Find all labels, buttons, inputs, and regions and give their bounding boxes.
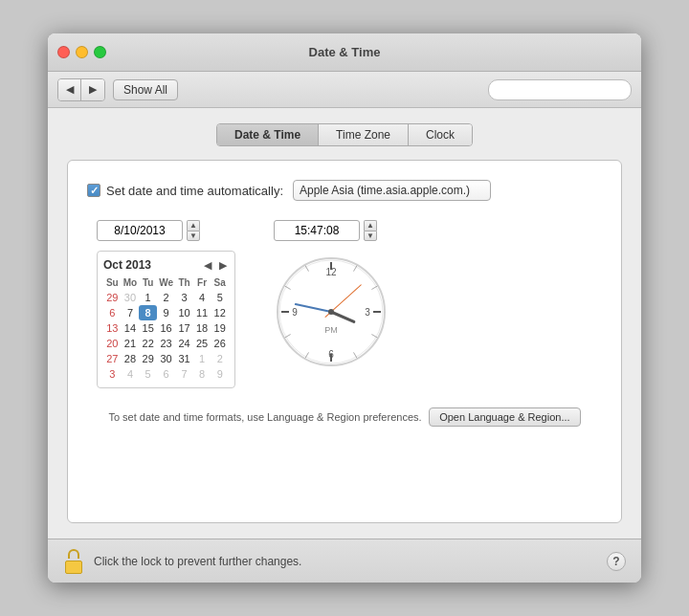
day-header-mo: Mo: [122, 275, 140, 290]
list-item[interactable]: 17: [175, 320, 193, 336]
lock-text: Click the lock to prevent further change…: [94, 555, 301, 568]
window-title: Date & Time: [309, 45, 381, 59]
cal-grid: Su Mo Tu We Th Fr Sa: [103, 275, 229, 382]
auto-label: Set date and time automatically:: [106, 184, 283, 198]
list-item[interactable]: 29: [103, 290, 122, 305]
list-item[interactable]: 4: [122, 366, 140, 382]
time-step-down[interactable]: ▼: [364, 231, 377, 241]
list-item[interactable]: 13: [103, 320, 122, 336]
list-item[interactable]: 3: [103, 366, 122, 382]
minimize-button[interactable]: [76, 46, 88, 58]
table-row: 13 14 15 16 17 18 19: [103, 320, 229, 336]
nav-buttons: ◀ ▶: [57, 78, 105, 101]
list-item[interactable]: 23: [157, 336, 175, 351]
list-item[interactable]: 1: [193, 351, 211, 366]
lock-icon[interactable]: [63, 549, 84, 574]
list-item[interactable]: 12: [211, 305, 229, 320]
list-item[interactable]: 29: [139, 351, 157, 366]
date-input-row: ▲ ▼: [97, 220, 235, 241]
svg-text:12: 12: [325, 267, 337, 277]
list-item[interactable]: 10: [175, 305, 193, 320]
list-item[interactable]: 5: [211, 290, 229, 305]
table-row: 6 7 8 9 10 11 12: [103, 305, 229, 320]
list-item[interactable]: 31: [175, 351, 193, 366]
inner-panel: ✓ Set date and time automatically: Apple…: [67, 160, 622, 523]
list-item[interactable]: 2: [157, 290, 175, 305]
date-step-down[interactable]: ▼: [187, 231, 200, 241]
server-select-wrap: Apple Asia (time.asia.apple.com.): [293, 180, 491, 201]
svg-text:3: 3: [365, 307, 370, 318]
list-item[interactable]: 4: [193, 290, 211, 305]
list-item[interactable]: 1: [139, 290, 157, 305]
svg-text:9: 9: [292, 307, 298, 318]
tab-date-time[interactable]: Date & Time: [217, 124, 319, 145]
help-button[interactable]: ?: [607, 552, 626, 571]
auto-row: ✓ Set date and time automatically: Apple…: [87, 180, 602, 201]
list-item[interactable]: 8: [193, 366, 211, 382]
list-item[interactable]: 9: [211, 366, 229, 382]
open-language-region-button[interactable]: Open Language & Region...: [429, 407, 580, 427]
list-item[interactable]: 7: [175, 366, 193, 382]
list-item[interactable]: 26: [211, 336, 229, 351]
list-item[interactable]: 20: [103, 336, 122, 351]
list-item[interactable]: 22: [139, 336, 157, 351]
list-item[interactable]: 21: [122, 336, 140, 351]
list-item[interactable]: 24: [175, 336, 193, 351]
search-wrap: 🔍: [488, 79, 632, 100]
day-header-su: Su: [103, 275, 122, 290]
list-item[interactable]: 30: [122, 290, 140, 305]
date-step-up[interactable]: ▲: [187, 220, 200, 231]
cal-month-year: Oct 2013: [103, 258, 151, 272]
list-item[interactable]: 8: [139, 305, 157, 320]
list-item[interactable]: 27: [103, 351, 122, 366]
list-item[interactable]: 3: [175, 290, 193, 305]
list-item[interactable]: 30: [157, 351, 175, 366]
list-item[interactable]: 5: [139, 366, 157, 382]
table-row: 20 21 22 23 24 25 26: [103, 336, 229, 351]
list-item[interactable]: 9: [157, 305, 175, 320]
cal-next[interactable]: ▶: [217, 259, 229, 272]
day-header-we: We: [157, 275, 175, 290]
time-step-up[interactable]: ▲: [364, 220, 377, 231]
show-all-button[interactable]: Show All: [113, 79, 178, 100]
tab-clock[interactable]: Clock: [409, 124, 472, 145]
list-item[interactable]: 11: [193, 305, 211, 320]
close-button[interactable]: [57, 46, 70, 58]
list-item[interactable]: 25: [193, 336, 211, 351]
back-button[interactable]: ◀: [58, 79, 81, 100]
auto-checkbox[interactable]: ✓: [87, 184, 100, 197]
footer-text: To set date and time formats, use Langua…: [108, 411, 421, 423]
list-item[interactable]: 6: [103, 305, 122, 320]
list-item[interactable]: 7: [122, 305, 140, 320]
content-area: Date & Time Time Zone Clock ✓ Set date a…: [48, 108, 641, 539]
maximize-button[interactable]: [94, 46, 106, 58]
forward-button[interactable]: ▶: [81, 79, 104, 100]
day-header-th: Th: [175, 275, 193, 290]
list-item[interactable]: 6: [157, 366, 175, 382]
table-row: 29 30 1 2 3 4 5: [103, 290, 229, 305]
list-item[interactable]: 15: [139, 320, 157, 336]
calendar: Oct 2013 ◀ ▶ Su Mo Tu: [97, 251, 235, 388]
list-item[interactable]: 14: [122, 320, 140, 336]
cal-prev[interactable]: ◀: [202, 259, 213, 272]
tab-time-zone[interactable]: Time Zone: [319, 124, 409, 145]
title-bar: Date & Time: [48, 33, 641, 72]
list-item[interactable]: 28: [122, 351, 140, 366]
list-item[interactable]: 16: [157, 320, 175, 336]
day-header-tu: Tu: [139, 275, 157, 290]
time-input[interactable]: [274, 220, 360, 241]
search-input[interactable]: [488, 79, 632, 100]
list-item[interactable]: 19: [211, 320, 229, 336]
svg-text:PM: PM: [324, 325, 338, 335]
bottom-bar: Click the lock to prevent further change…: [48, 539, 641, 583]
list-item[interactable]: 18: [193, 320, 211, 336]
svg-text:6: 6: [328, 349, 334, 360]
table-row: 27 28 29 30 31 1 2: [103, 351, 229, 366]
traffic-lights: [57, 46, 106, 58]
toolbar: ◀ ▶ Show All 🔍: [48, 72, 641, 108]
auto-checkbox-wrap: ✓ Set date and time automatically:: [87, 184, 283, 198]
date-input[interactable]: [97, 220, 183, 241]
list-item[interactable]: 2: [211, 351, 229, 366]
table-row: 3 4 5 6 7 8 9: [103, 366, 229, 382]
server-select[interactable]: Apple Asia (time.asia.apple.com.): [293, 180, 491, 201]
